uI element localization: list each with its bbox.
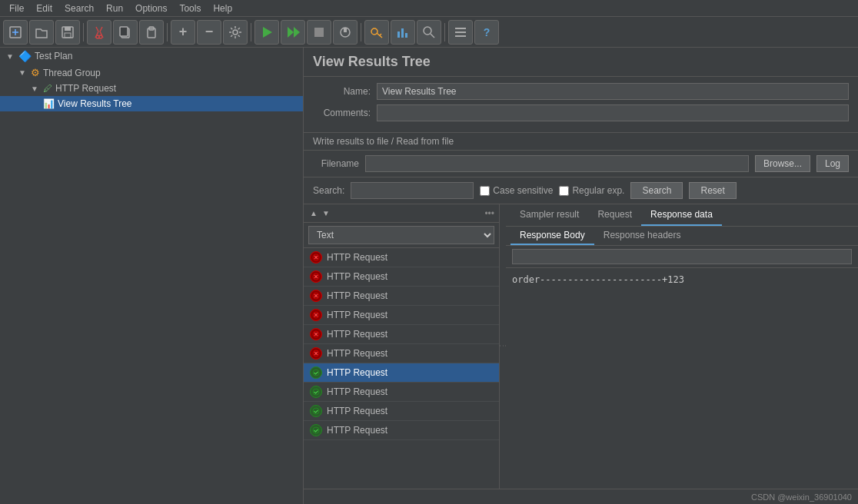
case-sensitive-checkbox[interactable] — [480, 186, 490, 196]
left-panel: ▼ 🔷 Test Plan ▼ ⚙ Thread Group ▼ 🖊 HTTP … — [0, 48, 304, 504]
search-label: Search: — [313, 185, 344, 196]
toolbar-run[interactable] — [254, 20, 279, 45]
divider-handle[interactable]: ⋮ — [500, 204, 506, 489]
list-item[interactable]: HTTP Request — [304, 306, 499, 325]
toolbar-add[interactable]: + — [171, 20, 195, 45]
menu-help[interactable]: Help — [207, 2, 238, 15]
request-label: HTTP Request — [327, 406, 387, 416]
toolbar-shutdown[interactable] — [333, 20, 358, 45]
search-input[interactable] — [351, 182, 474, 199]
filename-row: Filename Browse... Log — [304, 151, 858, 177]
right-panel: View Results Tree Name: Comments: Write … — [304, 48, 858, 504]
tab-request[interactable]: Request — [588, 204, 641, 226]
svg-rect-20 — [455, 28, 466, 29]
testplan-label: Test Plan — [35, 51, 72, 61]
list-item[interactable]: HTTP Request — [304, 344, 499, 363]
list-more-btn[interactable]: ••• — [484, 208, 494, 219]
toolbar-paste[interactable] — [139, 20, 164, 45]
toolbar-sep2 — [167, 23, 168, 41]
list-pane: ▲ ▼ ••• Text XML HTML JSON Binary — [304, 204, 500, 489]
tree-item-httprequest[interactable]: ▼ 🖊 HTTP Request — [0, 81, 303, 96]
toolbar-remove[interactable]: − — [197, 20, 221, 45]
toolbar-new[interactable] — [3, 20, 28, 45]
name-input[interactable] — [377, 83, 849, 100]
toolbar-sep1 — [83, 23, 84, 41]
expand-arrow-httprequest: ▼ — [31, 85, 40, 93]
status-error-icon — [310, 347, 322, 360]
requests-list: HTTP Request HTTP Request HTTP Request — [304, 248, 499, 489]
toolbar-sep5 — [444, 23, 445, 41]
list-item[interactable]: HTTP Request — [304, 325, 499, 344]
tree-item-threadgroup[interactable]: ▼ ⚙ Thread Group — [0, 65, 303, 81]
toolbar-help[interactable]: ? — [474, 20, 499, 45]
menu-options[interactable]: Options — [129, 2, 173, 15]
toolbar-settings[interactable] — [223, 20, 248, 45]
tab-response-data[interactable]: Response data — [641, 204, 722, 226]
status-error-icon — [310, 309, 322, 321]
comments-input[interactable] — [377, 104, 849, 121]
case-sensitive-text: Case sensitive — [493, 185, 553, 196]
down-arrow-btn[interactable]: ▼ — [321, 209, 331, 217]
viewresults-icon: 📊 — [43, 98, 55, 109]
list-toolbar: ▲ ▼ ••• — [304, 204, 499, 223]
menu-file[interactable]: File — [3, 2, 30, 15]
subtab-response-body[interactable]: Response Body — [510, 227, 594, 245]
toolbar-search[interactable] — [417, 20, 441, 45]
reset-button[interactable]: Reset — [689, 182, 736, 199]
svg-point-31 — [313, 408, 319, 414]
status-success-icon — [310, 405, 322, 417]
list-item[interactable]: HTTP Request — [304, 421, 499, 440]
list-item[interactable]: HTTP Request — [304, 248, 499, 267]
toolbar-list[interactable] — [448, 20, 473, 45]
toolbar-chart[interactable] — [391, 20, 415, 45]
threadgroup-label: Thread Group — [43, 68, 101, 78]
svg-point-30 — [313, 389, 319, 395]
toolbar-open[interactable] — [29, 20, 54, 45]
svg-rect-22 — [455, 35, 466, 37]
menu-tools[interactable]: Tools — [173, 2, 207, 15]
toolbar-cut[interactable] — [87, 20, 111, 45]
tree-item-viewresults[interactable]: 📊 View Results Tree — [0, 96, 303, 111]
case-sensitive-label[interactable]: Case sensitive — [480, 185, 553, 196]
tab-sampler-result[interactable]: Sampler result — [510, 204, 588, 226]
list-item[interactable]: HTTP Request — [304, 267, 499, 287]
svg-point-29 — [313, 370, 319, 376]
svg-point-32 — [313, 427, 319, 433]
toolbar-run-no-pause[interactable] — [281, 20, 305, 45]
browse-button[interactable]: Browse... — [755, 155, 810, 172]
up-arrow-btn[interactable]: ▲ — [308, 209, 319, 217]
text-dropdown-row: Text XML HTML JSON Binary — [304, 223, 499, 248]
toolbar-key[interactable] — [364, 20, 389, 45]
request-label: HTTP Request — [327, 386, 387, 397]
toolbar-copy[interactable] — [113, 20, 138, 45]
regex-checkbox[interactable] — [559, 186, 569, 196]
toolbar-stop[interactable] — [307, 20, 331, 45]
write-results-label: Write results to file / Read from file — [304, 133, 858, 151]
filename-input[interactable] — [365, 155, 749, 172]
request-label: HTTP Request — [327, 348, 387, 359]
search-button[interactable]: Search — [630, 182, 683, 199]
list-item[interactable]: HTTP Request — [304, 402, 499, 421]
svg-rect-21 — [455, 32, 466, 33]
log-button[interactable]: Log — [816, 155, 849, 172]
request-label: HTTP Request — [327, 290, 387, 301]
name-row: Name: — [313, 83, 849, 100]
status-error-icon — [310, 290, 322, 302]
tree-item-testplan[interactable]: ▼ 🔷 Test Plan — [0, 48, 303, 65]
svg-rect-5 — [120, 27, 128, 36]
regex-label[interactable]: Regular exp. — [559, 185, 624, 196]
subtab-response-headers[interactable]: Response headers — [594, 227, 690, 245]
list-item[interactable]: HTTP Request — [304, 287, 499, 306]
text-select[interactable]: Text XML HTML JSON Binary — [308, 226, 494, 244]
list-item[interactable]: HTTP Request — [304, 363, 499, 383]
status-success-icon — [310, 386, 322, 398]
menu-edit[interactable]: Edit — [30, 2, 58, 15]
request-label: HTTP Request — [327, 367, 387, 378]
response-filter-input[interactable] — [512, 249, 852, 264]
toolbar-save[interactable] — [55, 20, 80, 45]
menu-search[interactable]: Search — [58, 2, 100, 15]
results-tabs: Sampler result Request Response data — [506, 204, 858, 227]
list-item[interactable]: HTTP Request — [304, 383, 499, 402]
sub-tabs: Response Body Response headers — [506, 227, 858, 246]
menu-run[interactable]: Run — [100, 2, 129, 15]
